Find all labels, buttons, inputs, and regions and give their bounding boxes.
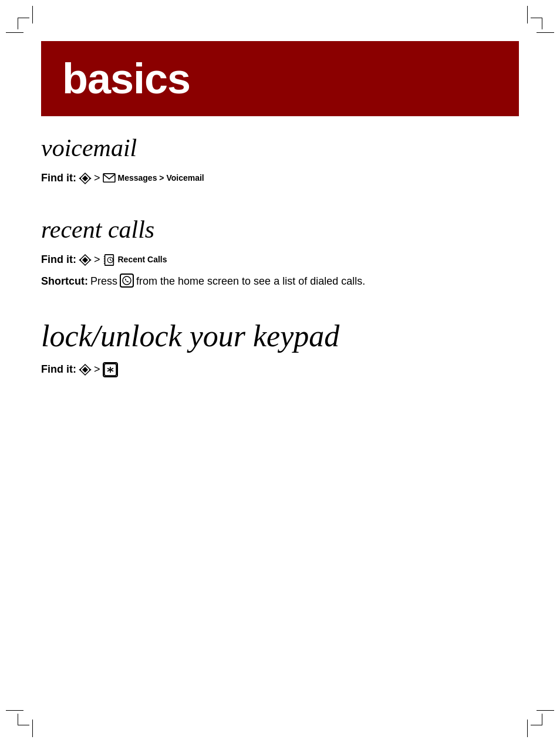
- star-box-icon: [103, 362, 118, 377]
- hline-br: [537, 710, 554, 711]
- header-bar: basics: [41, 41, 519, 116]
- vline-bl: [32, 720, 33, 737]
- phonebook-icon: [103, 254, 116, 266]
- vline-tl: [32, 6, 33, 23]
- svg-marker-7: [79, 259, 81, 261]
- svg-line-16: [110, 260, 111, 261]
- svg-point-17: [123, 276, 131, 285]
- voicemail-title: voicemail: [41, 134, 519, 162]
- svg-rect-4: [103, 173, 115, 181]
- hline-tr: [537, 32, 554, 33]
- nav-diamond-icon-recent: [79, 254, 92, 266]
- svg-marker-19: [82, 367, 88, 373]
- svg-marker-3: [89, 177, 92, 180]
- shortcut-label: Shortcut:: [41, 273, 88, 289]
- hline-tl: [6, 32, 23, 33]
- lock-unlock-find-it: Find it: >: [41, 362, 519, 377]
- svg-marker-1: [82, 175, 88, 181]
- voicemail-find-it: Find it: > Messages > Voicemail: [41, 170, 519, 186]
- nav-diamond-icon-lock: [79, 363, 92, 376]
- find-it-label-voicemail: Find it:: [41, 170, 76, 186]
- crop-mark-tr: [531, 18, 542, 29]
- recent-calls-path: Recent Calls: [118, 254, 167, 266]
- svg-marker-8: [89, 259, 92, 261]
- svg-marker-21: [89, 369, 92, 371]
- arrow-lock-1: >: [94, 362, 100, 377]
- vline-br: [527, 720, 528, 737]
- circle-phone-icon: [120, 273, 134, 288]
- page-title: basics: [62, 58, 498, 100]
- find-it-label-recent: Find it:: [41, 252, 76, 268]
- crop-mark-bl: [18, 714, 29, 725]
- svg-rect-9: [104, 254, 113, 265]
- crop-mark-br: [531, 714, 542, 725]
- voicemail-section: voicemail Find it: > M: [41, 134, 519, 186]
- messages-icon: [103, 173, 116, 184]
- hline-bl: [6, 710, 23, 711]
- shortcut-text-pre: Press: [90, 273, 117, 289]
- nav-diamond-icon-voicemail: [79, 172, 92, 185]
- main-content: voicemail Find it: > M: [41, 116, 519, 413]
- vline-tr: [527, 6, 528, 23]
- arrow-voicemail-1: >: [94, 170, 100, 186]
- svg-marker-2: [79, 177, 81, 180]
- recent-calls-find-it: Find it: >: [41, 252, 519, 268]
- recent-calls-title: recent calls: [41, 215, 519, 244]
- recent-calls-section: recent calls Find it: >: [41, 215, 519, 289]
- svg-marker-6: [82, 257, 88, 263]
- recent-calls-shortcut: Shortcut: Press from the home screen to …: [41, 273, 519, 289]
- lock-unlock-section: lock/unlock your keypad Find it: >: [41, 319, 519, 377]
- crop-mark-tl: [18, 18, 29, 29]
- arrow-recent-1: >: [94, 252, 100, 268]
- find-it-label-lock: Find it:: [41, 362, 76, 377]
- lock-unlock-title: lock/unlock your keypad: [41, 319, 519, 353]
- svg-marker-20: [79, 369, 81, 371]
- voicemail-path: Messages > Voicemail: [118, 172, 204, 184]
- shortcut-text-post: from the home screen to see a list of di…: [136, 273, 365, 289]
